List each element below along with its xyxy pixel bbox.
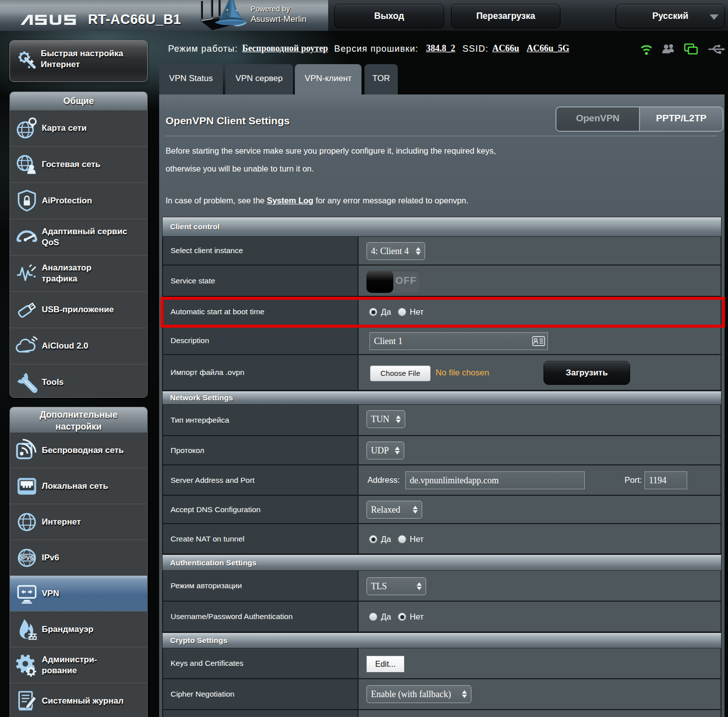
svg-text:IPV6: IPV6 — [20, 554, 33, 561]
